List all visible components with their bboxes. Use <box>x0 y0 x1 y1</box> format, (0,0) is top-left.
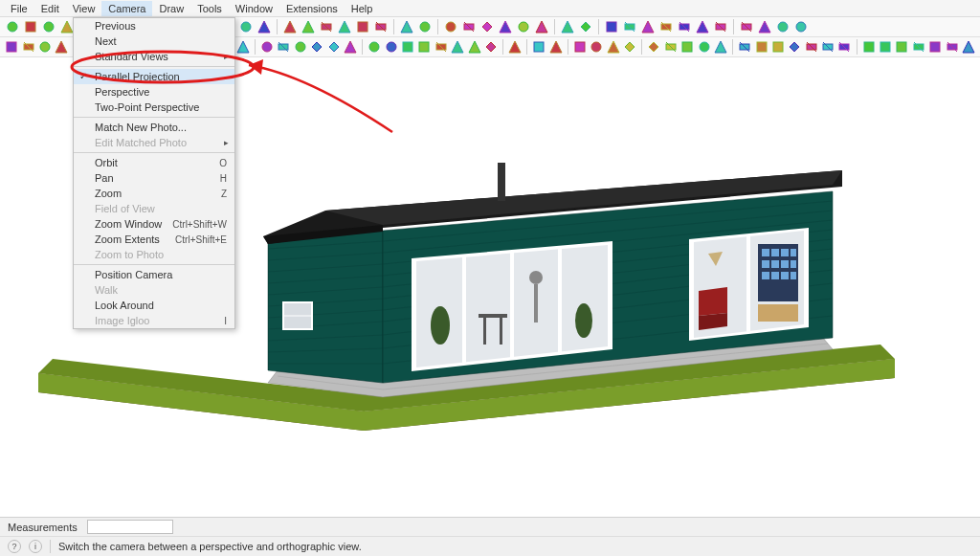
plugin-line-button[interactable] <box>737 38 752 56</box>
menu-item-standard-views[interactable]: Standard Views▸ <box>74 49 234 64</box>
menu-view[interactable]: View <box>66 1 102 16</box>
orbit-tool-button[interactable] <box>400 38 415 56</box>
plugin-tri-button[interactable] <box>878 38 893 56</box>
zoom-extents-button[interactable] <box>466 38 481 56</box>
menu-item-parallel-projection[interactable]: ✓Parallel Projection <box>74 69 234 84</box>
zoom-tool-button[interactable] <box>434 38 449 56</box>
section-button[interactable] <box>343 38 358 56</box>
outliner-button[interactable] <box>256 18 273 35</box>
plugin-ruler-button[interactable] <box>804 38 819 56</box>
zoom-window-button[interactable] <box>450 38 465 56</box>
cube-del-button[interactable] <box>657 18 675 35</box>
plugin-rect-button[interactable] <box>770 38 786 56</box>
sandbox-4-button[interactable] <box>622 38 637 56</box>
plugin-flag-button[interactable] <box>753 38 768 56</box>
menu-item-position-camera[interactable]: Position Camera <box>74 267 234 282</box>
menu-help[interactable]: Help <box>345 1 380 16</box>
menu-item-next[interactable]: Next <box>74 33 234 49</box>
info-icon[interactable]: i <box>29 540 42 553</box>
sample-button[interactable] <box>548 38 564 56</box>
front-button[interactable] <box>479 18 496 35</box>
plugin-curve-button[interactable] <box>911 38 926 56</box>
lookaround-button[interactable] <box>383 38 398 56</box>
new-file-button[interactable] <box>4 18 21 35</box>
solid-1-button[interactable] <box>646 38 661 56</box>
tape-button[interactable] <box>259 38 275 56</box>
menu-extensions[interactable]: Extensions <box>279 1 345 16</box>
monochrome-button[interactable] <box>372 18 390 35</box>
menu-item-match-new-photo[interactable]: Match New Photo... <box>74 120 234 135</box>
save-button[interactable] <box>40 18 57 35</box>
menu-item-previous[interactable]: Previous <box>74 18 234 33</box>
xray-button[interactable] <box>398 18 415 35</box>
position-camera-button[interactable] <box>507 38 523 56</box>
sandbox-2-button[interactable] <box>589 38 604 56</box>
axes-button[interactable] <box>325 38 341 56</box>
dimension-button[interactable] <box>293 38 308 56</box>
plugin-x-button[interactable] <box>894 38 909 56</box>
sandbox-3-button[interactable] <box>606 38 621 56</box>
plugin-bar-button[interactable] <box>836 38 852 56</box>
gear-blue-button[interactable] <box>738 18 755 35</box>
iso-button[interactable] <box>442 18 459 35</box>
menu-item-look-around[interactable]: Look Around <box>74 298 234 313</box>
walk-button[interactable] <box>367 38 382 56</box>
right-button[interactable] <box>497 18 514 35</box>
solid-3-button[interactable] <box>679 38 695 56</box>
solid-2-button[interactable] <box>663 38 679 56</box>
menu-item-zoom-extents[interactable]: Zoom ExtentsCtrl+Shift+E <box>74 232 234 247</box>
pan-tool-button[interactable] <box>416 38 432 56</box>
menu-item-orbit[interactable]: OrbitO <box>74 155 234 170</box>
hand-button[interactable] <box>37 38 53 56</box>
top-button[interactable] <box>460 18 478 35</box>
hidden-line-button[interactable] <box>318 18 335 35</box>
prev-view-button[interactable] <box>483 38 499 56</box>
menu-tools[interactable]: Tools <box>190 1 229 16</box>
plugin-grad-button[interactable] <box>820 38 835 56</box>
cube-blue-button[interactable] <box>712 18 729 35</box>
gear-minus-button[interactable] <box>774 18 791 35</box>
solid-5-button[interactable] <box>713 38 728 56</box>
plugin-box-button[interactable] <box>944 38 959 56</box>
menu-file[interactable]: File <box>4 1 34 16</box>
search-button[interactable] <box>4 38 19 56</box>
sandbox-1-button[interactable] <box>572 38 588 56</box>
protractor-button[interactable] <box>276 38 291 56</box>
gear-plus-button[interactable] <box>756 18 773 35</box>
text-button[interactable] <box>309 38 324 56</box>
shaded-button[interactable] <box>336 18 353 35</box>
menu-window[interactable]: Window <box>229 1 279 16</box>
menu-draw[interactable]: Draw <box>152 1 190 16</box>
back-button[interactable] <box>515 18 532 35</box>
back-edges-button[interactable] <box>416 18 434 35</box>
help-icon[interactable]: ? <box>8 540 21 553</box>
cube-add-button[interactable] <box>639 18 657 35</box>
menu-edit[interactable]: Edit <box>34 1 66 16</box>
menu-item-zoom[interactable]: ZoomZ <box>74 186 234 201</box>
plugin-s-button[interactable] <box>927 38 943 56</box>
camera-button[interactable] <box>559 18 576 35</box>
cube-wire-button[interactable] <box>621 18 638 35</box>
open-file-button[interactable] <box>22 18 39 35</box>
solid-4-button[interactable] <box>696 38 711 56</box>
cube-solid-button[interactable] <box>676 18 693 35</box>
gear-refresh-button[interactable] <box>792 18 810 35</box>
textured-button[interactable] <box>354 18 371 35</box>
plugin-yellow-button[interactable] <box>787 38 802 56</box>
wire-view-button[interactable] <box>300 18 317 35</box>
menu-item-pan[interactable]: PanH <box>74 170 234 186</box>
menu-camera[interactable]: Camera <box>101 1 152 16</box>
pointer-button[interactable] <box>20 38 35 56</box>
measurements-input[interactable] <box>87 520 173 534</box>
cube-button[interactable] <box>603 18 620 35</box>
paint-button[interactable] <box>531 38 546 56</box>
menu-item-zoom-window[interactable]: Zoom WindowCtrl+Shift+W <box>74 216 234 232</box>
left-button[interactable] <box>533 18 550 35</box>
cube-shaded-button[interactable] <box>694 18 711 35</box>
house-button[interactable] <box>577 18 594 35</box>
layers-button[interactable] <box>237 18 255 35</box>
box-view-button[interactable] <box>281 18 299 35</box>
offset-button[interactable] <box>235 38 251 56</box>
eraser-button[interactable] <box>54 38 69 56</box>
menu-item-perspective[interactable]: Perspective <box>74 84 234 100</box>
